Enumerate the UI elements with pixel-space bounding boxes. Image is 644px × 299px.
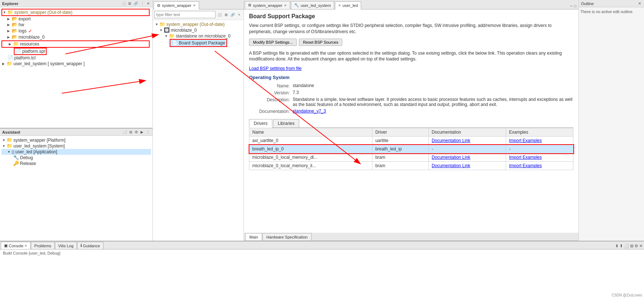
explorer-item-platform-spr[interactable]: platform.spr [22,49,45,54]
tree-arrow[interactable]: ▶ [2,62,7,66]
assistant-collapse-btn[interactable]: ⬜ [122,130,127,134]
tree-arrow[interactable]: ▼ [2,144,7,148]
doc-link[interactable]: Documentation Link [432,138,470,143]
tab-guidance[interactable]: ℹ Guidance [77,242,103,249]
tree-arrow[interactable]: ▶ [7,35,12,39]
import-link[interactable]: Import Examples [509,163,542,168]
driver-examples[interactable]: Import Examples [506,153,573,162]
filter-input[interactable] [154,11,216,18]
tree-arrow[interactable]: ▶ [7,17,12,21]
tab-problems[interactable]: Problems [31,242,54,249]
explorer-item-logs[interactable]: ▶ 📂 logs ✓ [1,28,151,34]
tree-arrow[interactable]: ▼ [3,11,7,14]
explorer-expand-btn[interactable]: ⊞ [127,1,132,6]
filter-collapse-btn[interactable]: ⬜ [217,12,222,17]
filter-add-btn[interactable]: + [236,12,242,17]
tab-libraries[interactable]: Libraries [273,119,299,127]
tab-system-wrapper[interactable]: ⚙ system_wrapper ✕ [154,1,199,9]
tree-arrow[interactable]: ▼ [165,34,169,38]
tab-console-label: Console [9,244,23,248]
assistant-item-release[interactable]: 🔑 Release [1,161,151,166]
bsp-description: View current BSP settings, or configure … [249,23,573,35]
doc-link[interactable]: Documentation Link [432,163,470,168]
table-row[interactable]: microblaze_0_local_memory_il...bramDocum… [249,162,573,170]
outline-close-btn[interactable]: ✕ [637,1,642,6]
driver-doc[interactable]: - [428,145,506,153]
reset-bsp-btn[interactable]: Reset BSP Sources [299,39,342,46]
tab-close-btn[interactable]: ✕ [338,4,341,7]
filter-expand-btn[interactable]: ⊞ [223,12,229,17]
tab-user-led[interactable]: ✕ user_led [335,1,361,9]
tab-close-btn[interactable]: ✕ [193,4,196,7]
main-max-btn[interactable]: □ [573,4,577,8]
driver-examples[interactable]: Import Examples [506,162,573,170]
tab-drivers[interactable]: Drivers [249,119,272,128]
assistant-item-user-led-system[interactable]: ▼ 📁 user_led_system [System] [1,143,151,149]
console-down-btn[interactable]: ⬇ [615,244,619,248]
tab-console[interactable]: ▣ Console ✕ [1,242,31,249]
load-bsp-link[interactable]: Load BSP settings from file [249,66,573,71]
explorer-collapse-btn[interactable]: ⬜ [120,1,126,6]
table-row[interactable]: breath_led_ip_0breath_led_ip-- [249,145,573,153]
modify-bsp-btn[interactable]: Modify BSP Settings... [249,39,297,46]
console-icon2[interactable]: ⊞ [630,244,633,248]
table-row[interactable]: axi_uartlite_0uartliteDocumentation Link… [249,137,573,145]
main-min-btn[interactable]: ─ [569,4,573,8]
middle-item-microblaze[interactable]: ▼ 🔲 microblaze_0 [154,27,242,33]
driver-doc[interactable]: Documentation Link [428,162,506,170]
explorer-link-btn[interactable]: 🔗 [133,1,139,6]
explorer-item-resources[interactable]: resources [20,42,39,47]
tab-vitis-log[interactable]: Vitis Log [55,242,77,249]
tree-arrow[interactable]: ▼ [2,138,7,142]
filter-link-btn[interactable]: 🔗 [230,12,236,17]
explorer-close-btn[interactable]: ✕ [146,1,150,6]
console-close-btn[interactable]: ✕ [639,244,643,248]
tree-arrow[interactable]: ▼ [155,23,159,26]
driver-examples[interactable]: - [506,145,573,153]
assistant-item-debug[interactable]: 🔧 Debug [1,155,151,161]
tab-hw-spec[interactable]: Hardware Specification [262,233,312,240]
assistant-settings-btn[interactable]: ⚙ [134,130,139,134]
driver-examples[interactable]: Import Examples [506,137,573,145]
middle-item-standalone[interactable]: ▼ 📁 standalone on microblaze_0 [154,33,242,39]
inner-tab-bar: Drivers Libraries [249,119,573,128]
middle-item-system-wrapper[interactable]: ▼ 📁 system_wrapper (Out-of-date) [154,21,242,27]
console-up-btn[interactable]: ⬆ [620,244,623,248]
explorer-item-system-wrapper[interactable]: system_wrapper (Out-of-date) [14,10,72,15]
assistant-item-system-wrapper[interactable]: ▼ 📁 system_wrapper [Platform] [1,137,151,143]
console-icon1[interactable]: ⬜ [624,244,629,248]
tree-arrow[interactable]: ▶ [7,23,12,27]
bsp-content-area: Board Support Package View current BSP s… [244,9,578,233]
os-info-grid: Name: standalone Version: 7.3 Descriptio… [249,83,573,114]
doc-link[interactable]: Documentation Link [432,155,470,160]
bsp-title: Board Support Package [249,13,573,20]
table-row[interactable]: microblaze_0_local_memory_dl...bramDocum… [249,153,573,162]
tree-arrow[interactable]: ▶ [9,42,13,46]
explorer-item-microblaze[interactable]: ▶ 📂 microblaze_0 [1,34,151,40]
tab-main[interactable]: Main [245,233,262,240]
middle-item-bsp[interactable]: Board Support Package [179,40,225,46]
tree-arrow[interactable]: ▼ [159,28,164,32]
assistant-expand-btn[interactable]: ⊞ [129,130,133,134]
tab-user-led-system[interactable]: 🔧 user_led_system [291,1,334,9]
driver-doc[interactable]: Documentation Link [428,137,506,145]
col-examples: Examples [506,128,573,137]
explorer-item-platform-tcl[interactable]: 📄 platform.tcl [1,55,151,61]
explorer-item-export[interactable]: ▶ 📂 export [1,16,151,22]
import-link[interactable]: Import Examples [509,155,542,160]
explorer-item-hw[interactable]: ▶ 📂 hw [1,22,151,28]
tab-close-btn[interactable]: ✕ [284,4,287,7]
import-link[interactable]: Import Examples [509,138,542,143]
tree-arrow[interactable]: ▼ [7,150,12,154]
tree-arrow[interactable]: ▶ [7,29,12,33]
console-icon3[interactable]: ⚙ [635,244,638,248]
tab-system-wrapper-main[interactable]: ⚙ system_wrapper ✕ [245,1,290,9]
assistant-run-btn[interactable]: ▶ [140,130,144,134]
explorer-menu-btn[interactable]: ⋮ [140,1,145,6]
os-doc-link[interactable]: standalone_v7_3 [293,109,573,114]
assistant-menu-btn[interactable]: ⋮ [145,130,150,134]
explorer-item-user-led-system[interactable]: ▶ 📁 user_led_system [ system_wrapper ] [1,61,151,67]
driver-doc[interactable]: Documentation Link [428,153,506,162]
tab-close-btn[interactable]: ✕ [24,244,27,248]
assistant-item-user-led[interactable]: ▼ {} user_led [Application] [1,149,151,155]
